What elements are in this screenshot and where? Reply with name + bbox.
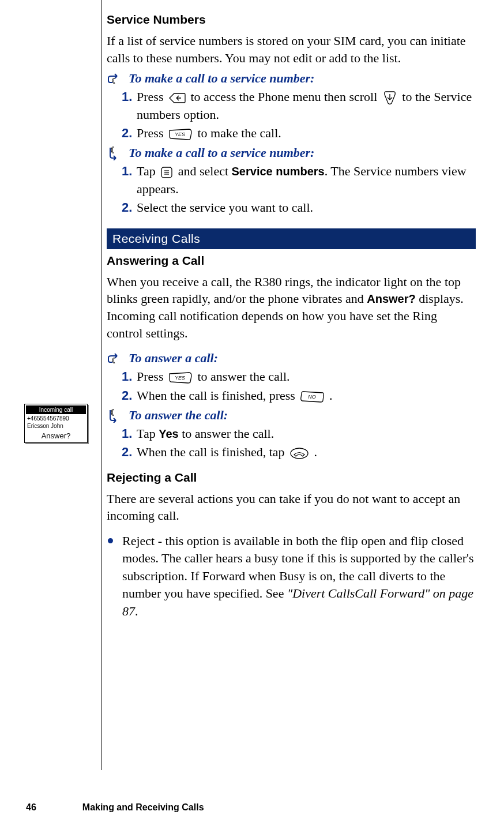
step: 1. Tap Yes to answer the call. — [122, 425, 476, 442]
step-body: When the call is finished, press NO . — [137, 387, 476, 404]
flip-closed-icon — [107, 71, 125, 86]
text: to make the call. — [197, 126, 281, 140]
procedure: To answer a call: 1. Press YES to answer… — [107, 351, 476, 404]
text: . — [135, 604, 138, 618]
procedure-caption: To answer the call: — [129, 408, 228, 423]
end-call-key-icon — [289, 447, 309, 460]
step-body: Tap Yes to answer the call. — [137, 425, 476, 442]
no-key-icon: NO — [300, 390, 324, 403]
procedure-title-row: To make a call to a service number: — [107, 145, 476, 160]
procedure-title-row: To answer the call: — [107, 408, 476, 423]
step-number: 2. — [122, 199, 137, 216]
step-number: 1. — [122, 88, 137, 123]
text: . — [329, 388, 333, 403]
step: 2. Select the service you want to call. — [122, 199, 476, 216]
bullet-dot-icon — [108, 538, 113, 543]
text: When the call is finished, tap — [137, 445, 288, 459]
screen-prompt: Answer? — [25, 431, 87, 440]
heading-rejecting: Rejecting a Call — [107, 471, 476, 485]
text: and select — [178, 164, 232, 178]
procedure-caption: To answer a call: — [129, 351, 218, 366]
svg-point-7 — [291, 448, 308, 459]
step-number: 2. — [122, 444, 137, 461]
ui-label: Answer? — [367, 292, 415, 305]
step: 1. Press YES to answer the call. — [122, 368, 476, 385]
step: 2. Press YES to make the call. — [122, 125, 476, 142]
svg-text:YES: YES — [175, 132, 185, 137]
step-number: 2. — [122, 387, 137, 404]
step-number: 1. — [122, 425, 137, 442]
heading-service-numbers: Service Numbers — [107, 13, 476, 27]
text: to answer the call. — [179, 426, 274, 441]
heading-answering: Answering a Call — [107, 254, 476, 268]
ui-label: Forward when Busy — [202, 569, 305, 583]
step: 2. When the call is finished, tap . — [122, 444, 476, 461]
step-body: When the call is finished, tap . — [137, 444, 476, 461]
menu-key-icon — [160, 166, 173, 179]
step-body: Press YES to answer the call. — [137, 368, 476, 385]
yes-key-icon: YES — [168, 128, 193, 141]
bullet-body: Reject - this option is available in bot… — [122, 532, 476, 620]
phone-screen-illustration: Incoming call +465554567890 Ericsson Joh… — [24, 404, 88, 443]
page-footer: 46 Making and Receiving Calls — [26, 802, 478, 813]
procedure-title-row: To make a call to a service number: — [107, 71, 476, 86]
paragraph: There are several actions you can take i… — [107, 490, 476, 524]
ui-label: Reject — [122, 534, 155, 548]
text: to access the Phone menu then scroll — [190, 89, 380, 104]
flip-open-icon — [107, 408, 125, 423]
svg-text:NO: NO — [309, 394, 317, 400]
procedure: To answer the call: 1. Tap Yes to answer… — [107, 408, 476, 461]
procedure: To make a call to a service number: 1. P… — [107, 71, 476, 142]
step: 1. Press to access the Phone menu then s… — [122, 88, 476, 123]
section-bar-receiving-calls: Receiving Calls — [107, 228, 476, 249]
step-number: 2. — [122, 125, 137, 142]
step-number: 1. — [122, 163, 137, 198]
step-body: Tap and select Service numbers. The Serv… — [137, 163, 476, 198]
text: Press — [137, 126, 167, 140]
procedure: To make a call to a service number: 1. T… — [107, 145, 476, 216]
procedure-title-row: To answer a call: — [107, 351, 476, 366]
main-content: Service Numbers If a list of service num… — [107, 13, 476, 620]
page-number: 46 — [26, 802, 36, 813]
flip-closed-icon — [107, 351, 125, 366]
down-key-icon — [382, 91, 397, 106]
flip-open-icon — [107, 145, 125, 160]
text: Press — [137, 89, 167, 104]
paragraph: When you receive a call, the R380 rings,… — [107, 273, 476, 342]
chapter-title: Making and Receiving Calls — [82, 802, 204, 813]
screen-name: Ericsson John — [27, 423, 85, 429]
step-body: Select the service you want to call. — [137, 199, 476, 216]
svg-text:YES: YES — [175, 375, 185, 381]
text: Tap — [137, 164, 159, 178]
text: to answer the call. — [197, 369, 289, 384]
step-number: 1. — [122, 368, 137, 385]
yes-key-icon: YES — [168, 371, 193, 384]
margin-rule — [101, 0, 101, 770]
step: 2. When the call is finished, press NO . — [122, 387, 476, 404]
ui-label: Yes — [159, 427, 178, 440]
procedure-caption: To make a call to a service number: — [129, 71, 314, 86]
text: Tap — [137, 426, 159, 441]
step-body: Press YES to make the call. — [137, 125, 476, 142]
bullet-item: Reject - this option is available in bot… — [107, 532, 476, 620]
text: Press — [137, 369, 167, 384]
back-key-icon — [168, 92, 186, 104]
step: 1. Tap and select Service numbers. The S… — [122, 163, 476, 198]
screen-title: Incoming call — [26, 405, 86, 414]
paragraph: If a list of service numbers is stored o… — [107, 32, 476, 66]
screen-number: +465554567890 — [27, 415, 85, 422]
procedure-caption: To make a call to a service number: — [129, 145, 314, 160]
ui-label: Service numbers — [232, 165, 325, 178]
text: When the call is finished, press — [137, 388, 298, 403]
text: . — [314, 445, 318, 459]
step-body: Press to access the Phone menu then scro… — [137, 88, 476, 123]
